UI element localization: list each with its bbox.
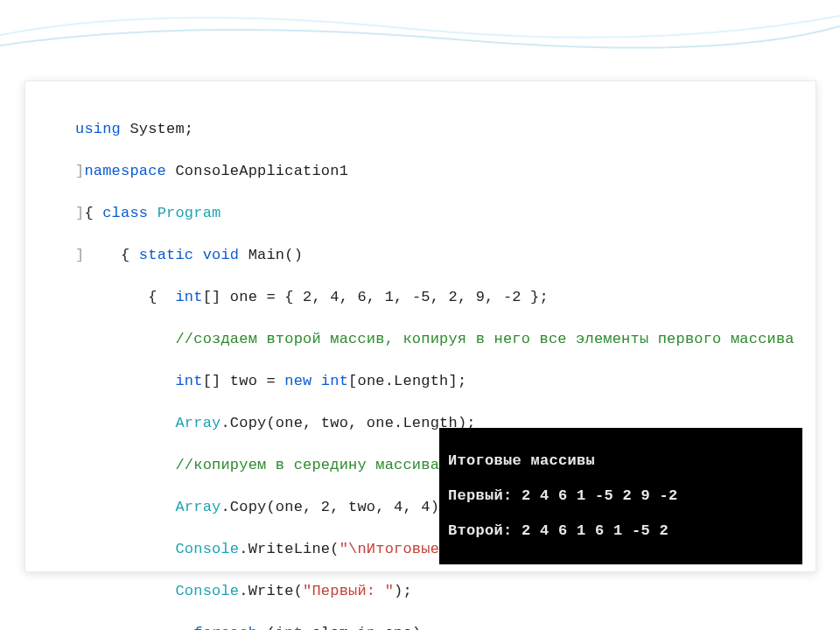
code-line: ]namespace ConsoleApplication1 [75, 161, 794, 182]
code-line: //создаем второй массив, копируя в него … [75, 329, 794, 350]
console-output: Итоговые массивы Первый: 2 4 6 1 -5 2 9 … [439, 428, 802, 564]
code-line: using System; [75, 119, 794, 140]
code-line: ] { static void Main() [75, 245, 794, 266]
code-line: ]{ class Program [75, 203, 794, 224]
code-line: int[] two = new int[one.Length]; [75, 371, 794, 392]
console-line: Первый: 2 4 6 1 -5 2 9 -2 [448, 487, 794, 505]
code-line: Console.Write("Первый: "); [75, 581, 794, 602]
console-line: Итоговые массивы [448, 452, 794, 470]
decorative-swoosh [0, 0, 840, 66]
console-line: Второй: 2 4 6 1 6 1 -5 2 [448, 522, 794, 540]
code-line: { int[] one = { 2, 4, 6, 1, -5, 2, 9, -2… [75, 287, 794, 308]
code-line: foreach (int elem in one) [75, 623, 794, 630]
